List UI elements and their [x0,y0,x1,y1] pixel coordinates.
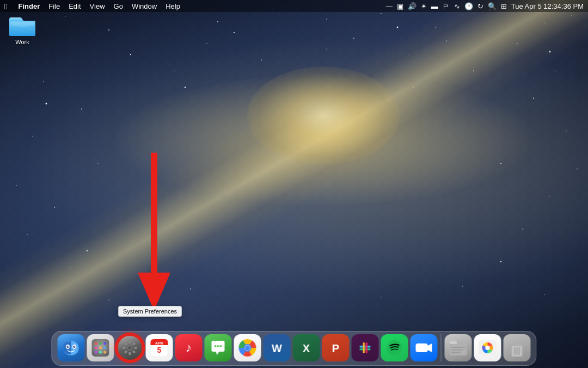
svg-text:X: X [303,342,310,354]
dock-ppt-icon: P [322,334,350,361]
svg-point-90 [215,345,217,347]
svg-rect-116 [514,347,516,355]
svg-point-24 [549,196,550,196]
svg-point-68 [99,347,102,349]
dock-item-chrome[interactable] [234,334,261,361]
dock-finder-icon [58,334,85,361]
dock-word-icon: W [264,334,291,361]
svg-rect-83 [124,342,127,345]
svg-point-67 [95,347,97,349]
svg-rect-77 [132,342,136,345]
dock-photos-icon [474,334,501,361]
stars-background [0,0,588,368]
svg-point-20 [555,70,555,71]
dock-item-photos[interactable] [474,334,501,361]
galaxy-core [247,67,400,165]
svg-point-65 [99,342,102,345]
dock-item-word[interactable]: W [264,334,291,361]
menubar-window[interactable]: Window [132,2,157,10]
svg-rect-81 [124,350,127,353]
menubar-edit[interactable]: Edit [69,2,81,10]
svg-rect-75 [129,341,131,343]
flag-icon[interactable]: 🏳 [443,2,450,10]
svg-rect-78 [134,347,137,349]
svg-point-19 [517,43,518,44]
desktop-folder-work[interactable]: Work [3,13,41,46]
dock-item-zoom[interactable] [411,334,438,361]
svg-point-59 [67,346,69,348]
svg-point-31 [446,40,447,41]
svg-point-26 [206,43,207,44]
svg-point-8 [435,27,436,27]
svg-marker-53 [138,273,170,311]
wifi-icon[interactable]: ∿ [454,2,460,10]
folder-icon [8,13,36,37]
svg-point-32 [108,299,109,300]
dock-item-spotify[interactable] [381,334,408,361]
svg-point-45 [577,168,577,169]
svg-point-69 [103,347,106,349]
dock-chrome-icon [234,334,261,361]
svg-point-25 [522,228,523,230]
tooltip-system-preferences: System Preferences [118,306,182,317]
svg-rect-106 [416,343,428,352]
dock-item-music[interactable]: ♪ [175,334,203,361]
svg-point-41 [473,70,474,71]
svg-point-114 [486,346,490,350]
battery-icon[interactable]: ▬ [431,2,438,10]
dock-item-launchpad[interactable] [87,334,114,361]
svg-point-51 [87,250,88,252]
svg-text:W: W [272,342,282,354]
menubar-help[interactable]: Help [166,2,180,10]
svg-point-14 [32,136,33,136]
menubar-file[interactable]: File [48,2,60,10]
control-center-icon[interactable]: ⊞ [501,2,507,10]
svg-point-49 [397,27,399,28]
svg-point-18 [70,267,71,267]
apple-menu-icon[interactable]:  [4,2,7,11]
svg-point-40 [305,71,305,71]
battery-menu-icon[interactable]: ▣ [397,2,403,10]
svg-point-1 [65,16,65,16]
menubar:  Finder File Edit View Go Window Help ⸻… [0,0,588,12]
volume-icon[interactable]: 🔊 [408,2,416,10]
svg-point-44 [16,185,17,186]
dock-slack-icon [352,334,379,361]
desktop:  Finder File Edit View Go Window Help ⸻… [0,0,588,368]
dock-item-excel[interactable]: X [293,334,320,361]
svg-point-23 [500,163,501,164]
dock-zoom-icon [411,334,438,361]
svg-text:APR: APR [155,341,163,345]
menubar-app-name[interactable]: Finder [18,2,40,10]
svg-rect-117 [517,347,518,355]
dock-item-system-preferences[interactable] [117,334,144,361]
svg-point-21 [533,98,534,99]
folder-label: Work [15,39,29,46]
dock-item-calendar[interactable]: APR 5 [146,334,173,361]
svg-point-38 [174,70,174,71]
dock-item-files[interactable] [445,334,472,361]
dock-item-messages[interactable] [205,334,232,361]
dock-item-slack[interactable] [352,334,379,361]
bluetooth-icon[interactable]: ✴ [421,2,427,10]
sync-icon[interactable]: ↻ [477,2,483,10]
dock-item-finder[interactable] [58,334,85,361]
svg-point-15 [97,163,99,164]
svg-point-30 [408,54,408,55]
menubar-left:  Finder File Edit View Go Window Help [4,2,180,11]
dock-item-trash[interactable] [504,334,531,361]
svg-point-27 [234,32,235,33]
menubar-go[interactable]: Go [114,2,123,10]
svg-point-36 [544,294,544,294]
dropbox-icon[interactable]: ⸻ [385,2,393,10]
svg-point-62 [75,346,76,347]
dock-item-powerpoint[interactable]: P [322,334,350,361]
svg-point-92 [220,345,222,347]
svg-point-48 [185,87,186,88]
menubar-view[interactable]: View [90,2,105,10]
dock: APR 5 ♪ [52,331,537,366]
svg-point-7 [381,13,382,14]
svg-point-42 [413,87,414,87]
search-icon[interactable]: 🔍 [488,2,497,10]
svg-point-50 [500,261,501,262]
